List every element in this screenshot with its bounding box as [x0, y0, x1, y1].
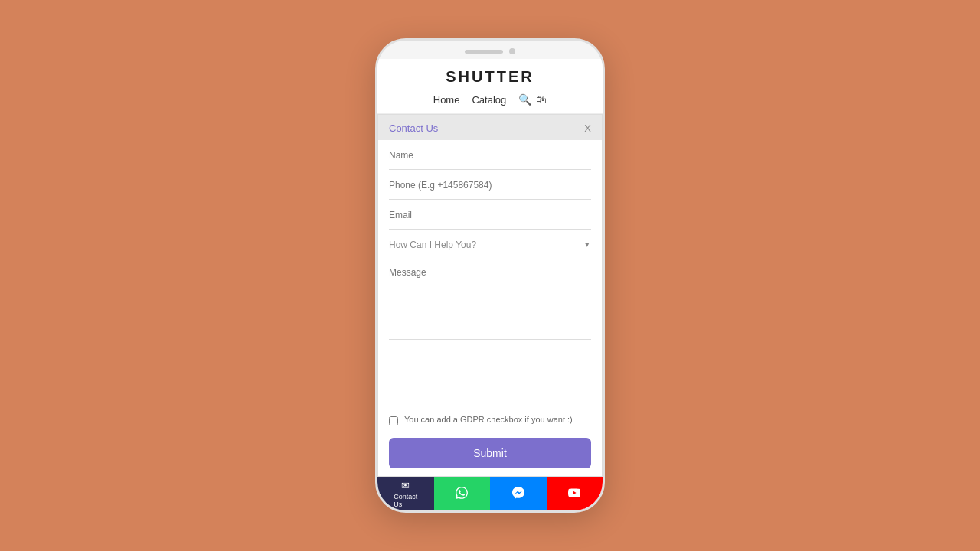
help-select[interactable]: How Can I Help You? — [389, 240, 591, 250]
messenger-icon — [512, 487, 524, 501]
contact-modal: Contact Us X — [377, 114, 603, 477]
bottom-messenger-button[interactable] — [490, 477, 547, 510]
phone-frame: SHUTTER Home Catalog 🔍 🛍 Contact Us X — [375, 38, 605, 513]
whatsapp-icon — [456, 487, 468, 501]
message-field[interactable] — [389, 259, 591, 340]
contact-icon: ✉ — [401, 480, 410, 491]
site-content: Contact Us X — [377, 114, 603, 477]
nav-catalog[interactable]: Catalog — [472, 94, 506, 106]
phone-camera — [509, 48, 515, 54]
submit-area: Submit — [378, 433, 602, 476]
site-nav: Home Catalog 🔍 🛍 — [377, 93, 603, 113]
bottom-youtube-button[interactable] — [547, 477, 603, 510]
bottom-bar: ✉ ContactUs — [377, 477, 603, 510]
phone-top-bar — [377, 41, 603, 59]
name-field[interactable] — [389, 140, 591, 170]
select-wrapper: How Can I Help You? — [389, 237, 591, 251]
nav-home[interactable]: Home — [433, 94, 460, 106]
youtube-icon — [568, 487, 580, 501]
contact-label: ContactUs — [394, 493, 417, 508]
bottom-contact-button[interactable]: ✉ ContactUs — [377, 477, 434, 510]
message-textarea[interactable] — [389, 267, 591, 328]
search-icon[interactable]: 🔍 — [518, 93, 531, 106]
email-input[interactable] — [389, 210, 591, 220]
bottom-whatsapp-button[interactable] — [434, 477, 491, 510]
name-input[interactable] — [389, 150, 591, 161]
modal-close-button[interactable]: X — [584, 122, 591, 134]
phone-input[interactable] — [389, 180, 591, 191]
modal-title: Contact Us — [389, 122, 438, 134]
phone-screen: SHUTTER Home Catalog 🔍 🛍 Contact Us X — [377, 59, 603, 510]
modal-body: How Can I Help You? — [378, 140, 602, 407]
gdpr-label: You can add a GDPR checkbox if you want … — [404, 415, 573, 424]
nav-icons: 🔍 🛍 — [518, 93, 547, 106]
site-logo: SHUTTER — [377, 68, 603, 86]
modal-header: Contact Us X — [378, 115, 602, 140]
submit-button[interactable]: Submit — [389, 438, 591, 468]
gdpr-checkbox[interactable] — [389, 416, 398, 425]
email-field[interactable] — [389, 200, 591, 230]
dropdown-field[interactable]: How Can I Help You? — [389, 230, 591, 259]
phone-notch — [465, 50, 503, 54]
gdpr-row: You can add a GDPR checkbox if you want … — [378, 407, 602, 433]
cart-icon[interactable]: 🛍 — [536, 93, 547, 106]
site-header: SHUTTER Home Catalog 🔍 🛍 — [377, 59, 603, 114]
phone-field[interactable] — [389, 170, 591, 200]
